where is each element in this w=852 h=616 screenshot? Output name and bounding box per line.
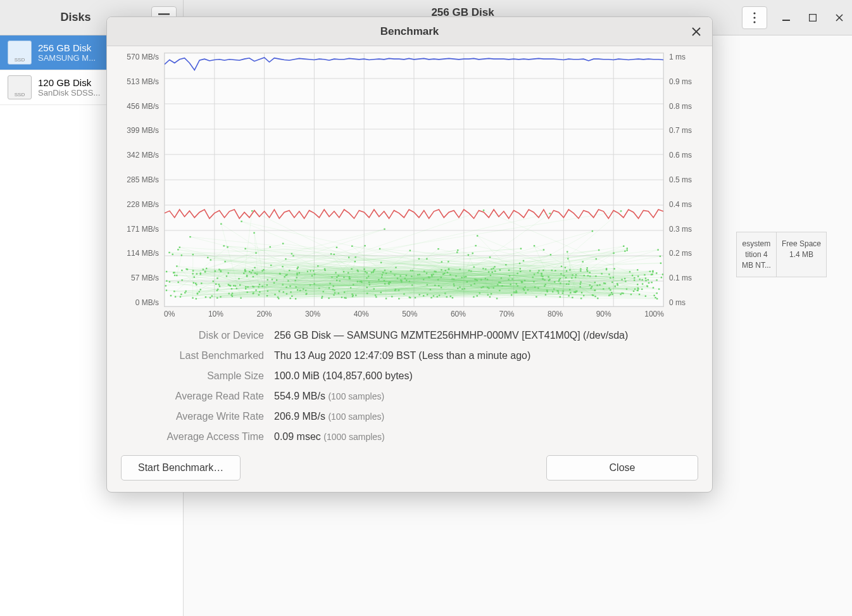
svg-rect-885 — [382, 274, 383, 275]
svg-rect-915 — [637, 284, 638, 285]
info-label-write: Average Write Rate — [131, 411, 264, 422]
svg-rect-1104 — [547, 291, 548, 292]
svg-rect-819 — [651, 282, 652, 283]
svg-rect-984 — [523, 260, 524, 261]
svg-rect-1230 — [310, 270, 311, 272]
svg-rect-792 — [218, 268, 220, 270]
svg-rect-1066 — [235, 285, 236, 286]
dialog-close-button[interactable] — [688, 23, 705, 40]
svg-rect-648 — [489, 296, 491, 298]
svg-rect-687 — [567, 251, 568, 253]
svg-rect-733 — [575, 277, 576, 278]
svg-rect-1112 — [411, 284, 413, 286]
svg-rect-1231 — [228, 284, 229, 286]
svg-rect-646 — [179, 246, 180, 248]
svg-rect-1217 — [580, 283, 581, 284]
svg-rect-1141 — [251, 210, 253, 211]
svg-rect-731 — [558, 292, 559, 294]
svg-rect-640 — [384, 283, 385, 284]
disk-menu-button[interactable] — [742, 6, 767, 29]
close-window-button[interactable] — [832, 10, 847, 25]
svg-rect-674 — [334, 292, 335, 293]
svg-rect-922 — [173, 272, 174, 273]
svg-rect-1047 — [389, 281, 390, 282]
svg-rect-978 — [410, 250, 411, 251]
svg-rect-933 — [291, 296, 292, 297]
maximize-button[interactable] — [805, 10, 820, 25]
svg-rect-772 — [233, 285, 234, 286]
svg-rect-1195 — [461, 288, 463, 289]
svg-rect-1031 — [548, 280, 549, 281]
y-axis-right: 1 ms0.9 ms0.8 ms0.7 ms0.6 ms0.5 ms0.4 ms… — [664, 53, 701, 307]
svg-rect-1159 — [197, 292, 198, 294]
svg-rect-806 — [322, 296, 323, 297]
y-left-tick: 456 MB/s — [118, 102, 159, 111]
minimize-icon — [782, 14, 790, 22]
minimize-button[interactable] — [779, 10, 794, 25]
svg-rect-871 — [572, 297, 573, 298]
svg-rect-664 — [311, 275, 313, 277]
partition-cell[interactable]: esystem tition 4 MB NT... — [737, 232, 776, 277]
svg-rect-1208 — [508, 270, 510, 271]
dialog-title: Benchmark — [380, 25, 439, 38]
svg-rect-1046 — [314, 273, 315, 275]
svg-rect-1102 — [624, 251, 625, 252]
svg-rect-691 — [245, 288, 246, 289]
svg-rect-1113 — [203, 268, 204, 270]
svg-rect-1191 — [617, 284, 618, 286]
svg-rect-1216 — [632, 275, 633, 276]
svg-rect-750 — [215, 270, 216, 272]
svg-rect-985 — [184, 292, 185, 293]
svg-rect-790 — [241, 221, 242, 222]
svg-rect-1097 — [417, 274, 418, 275]
y-right-tick: 0.7 ms — [669, 126, 701, 135]
svg-rect-955 — [192, 254, 194, 255]
start-benchmark-button[interactable]: Start Benchmark… — [121, 455, 241, 481]
svg-rect-848 — [270, 265, 272, 266]
svg-rect-987 — [501, 285, 503, 286]
svg-rect-907 — [338, 292, 339, 294]
svg-rect-1007 — [482, 286, 484, 287]
svg-rect-666 — [580, 281, 581, 282]
svg-rect-759 — [431, 275, 432, 277]
svg-rect-747 — [287, 280, 289, 281]
svg-rect-1163 — [244, 248, 246, 249]
svg-rect-760 — [353, 284, 354, 285]
svg-rect-873 — [487, 294, 489, 296]
svg-rect-1111 — [176, 265, 177, 267]
svg-rect-868 — [274, 294, 275, 295]
svg-rect-726 — [509, 275, 510, 276]
svg-rect-706 — [329, 283, 330, 284]
svg-rect-909 — [170, 295, 172, 296]
svg-rect-1103 — [246, 291, 247, 292]
svg-rect-1023 — [434, 271, 435, 272]
svg-rect-887 — [653, 287, 654, 288]
svg-rect-1142 — [244, 269, 246, 270]
partition-cell[interactable]: Free Space 1.4 MB — [776, 232, 826, 277]
benchmark-dialog: Benchmark 570 MB/s513 MB/s456 MB/s399 MB… — [106, 16, 713, 493]
info-label-last: Last Benchmarked — [131, 350, 264, 361]
svg-rect-749 — [545, 284, 546, 285]
y-right-tick: 0.5 ms — [669, 175, 701, 184]
svg-rect-1016 — [648, 279, 649, 280]
svg-rect-1013 — [437, 296, 438, 297]
ssd-icon: SSD — [8, 75, 32, 99]
svg-rect-928 — [508, 279, 509, 280]
svg-rect-990 — [594, 296, 596, 297]
svg-rect-858 — [385, 273, 387, 274]
svg-rect-736 — [592, 230, 593, 232]
chart-canvas — [164, 53, 664, 307]
svg-rect-919 — [426, 258, 427, 260]
svg-rect-800 — [305, 290, 306, 291]
close-button[interactable]: Close — [546, 455, 698, 481]
svg-rect-1086 — [580, 298, 582, 299]
svg-rect-1105 — [236, 287, 237, 289]
svg-rect-856 — [228, 272, 229, 273]
svg-rect-1057 — [215, 284, 216, 285]
svg-rect-901 — [480, 287, 482, 288]
svg-rect-774 — [253, 276, 254, 277]
svg-point-4 — [753, 16, 755, 18]
svg-rect-960 — [318, 287, 320, 289]
svg-rect-906 — [295, 286, 296, 287]
svg-rect-989 — [371, 272, 372, 273]
